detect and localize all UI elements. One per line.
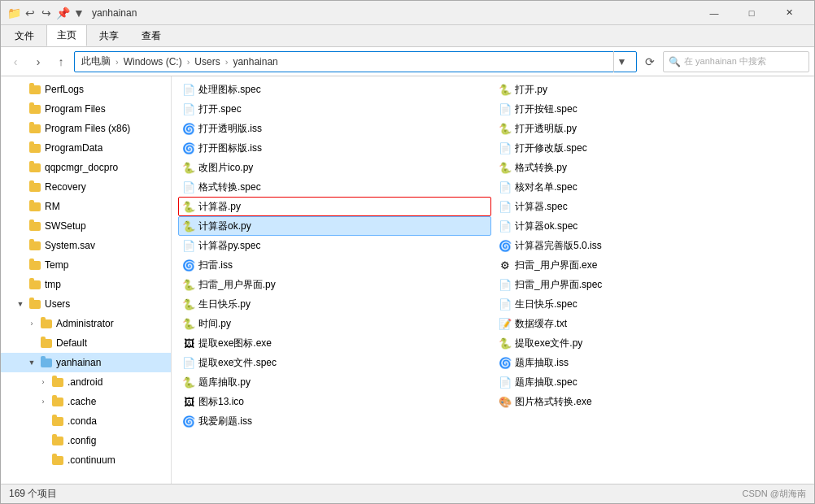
file-item[interactable]: 🖼提取exe图标.exe [178,333,491,353]
sidebar-item-config[interactable]: .config [1,431,171,450]
sidebar-item-conda[interactable]: .conda [1,411,171,431]
maximize-button[interactable]: □ [733,1,770,25]
pin-icon[interactable]: 📌 [56,7,69,20]
file-type-icon: 🐍 [499,337,512,350]
sidebar-item-system-sav[interactable]: System.sav [1,236,171,255]
file-item[interactable]: 🐍扫雷_用户界面.py [178,275,491,294]
file-item[interactable]: 🌀打开图标版.iss [178,138,491,158]
tab-file[interactable]: 文件 [4,25,45,46]
file-item[interactable]: 🐍改图片ico.py [178,158,491,177]
sidebar-item-label: Users [45,298,70,310]
sidebar-item-users[interactable]: ▼Users [1,294,171,314]
sidebar-item-label: Program Files [45,103,106,115]
undo-icon[interactable]: ↩ [24,7,37,20]
sidebar-item-tmp[interactable]: tmp [1,275,171,294]
up-button[interactable]: ↑ [51,52,71,72]
file-item[interactable]: 🖼图标13.ico [178,392,491,411]
file-item[interactable]: 📄计算器ok.spec [495,216,808,236]
file-item[interactable]: 🌀打开透明版.iss [178,119,491,138]
file-item[interactable]: 📄提取exe文件.spec [178,353,491,372]
address-path[interactable]: 此电脑 › Windows (C:) › Users › yanhainan ▼ [74,51,637,72]
file-item[interactable]: 📄打开修改版.spec [495,138,808,158]
file-name: 打开按钮.spec [515,102,577,116]
file-item[interactable]: 📄题库抽取.spec [495,372,808,392]
sidebar-item-program-files[interactable]: Program Files [1,99,171,119]
file-type-icon: 📄 [182,83,195,96]
explorer-window: 📁 ↩ ↪ 📌 ▼ yanhainan — □ ✕ 文件 主页 共享 查看 ‹ … [0,0,815,504]
file-name: 提取exe图标.exe [198,337,272,350]
file-type-icon: 🐍 [182,219,195,232]
minimize-button[interactable]: — [695,1,733,25]
file-item[interactable]: 🌀计算器完善版5.0.iss [495,236,808,255]
file-item[interactable]: ⚙扫雷_用户界面.exe [495,255,808,275]
sidebar-item-android[interactable]: ›.android [1,372,171,392]
sidebar-item-label: tmp [45,279,61,290]
file-item[interactable]: 📄打开.spec [178,99,491,119]
file-item[interactable]: 📄生日快乐.spec [495,294,808,314]
folder-icon [28,239,41,252]
search-box[interactable]: 🔍 在 yanhainan 中搜索 [663,51,809,72]
file-item[interactable]: 📄核对名单.spec [495,177,808,197]
sidebar-item-continuum[interactable]: .continuum [1,450,171,470]
file-item[interactable]: 🎨图片格式转换.exe [495,392,808,411]
dropdown-icon[interactable]: ▼ [72,7,85,20]
file-item[interactable]: 🌀我爱刷题.iss [178,411,491,431]
file-item[interactable]: 📄计算器.spec [495,197,808,216]
sidebar-item-rm[interactable]: RM [1,197,171,216]
path-current: yanhainan [233,56,277,67]
file-item[interactable]: 🌀题库抽取.iss [495,353,808,372]
tab-home[interactable]: 主页 [46,24,87,46]
back-button[interactable]: ‹ [6,52,25,72]
sidebar-item-yanhainan[interactable]: ▼yanhainan [1,353,171,372]
chevron-icon [15,85,25,94]
file-name: 打开透明版.py [515,122,577,136]
file-name: 题库抽取.iss [515,356,569,370]
sidebar-item-swsetup[interactable]: SWSetup [1,216,171,236]
sidebar-item-administrator[interactable]: ›Administrator [1,314,171,333]
file-item[interactable]: 📄扫雷_用户界面.spec [495,275,808,294]
folder-icon [40,337,53,350]
file-type-icon: 📄 [182,239,195,252]
file-item[interactable]: 🐍题库抽取.py [178,372,491,392]
chevron-icon [15,280,25,289]
sidebar-item-programdata[interactable]: ProgramData [1,138,171,158]
file-item[interactable]: 🐍生日快乐.py [178,294,491,314]
file-type-icon: 🐍 [499,83,512,96]
refresh-button[interactable]: ⟳ [640,52,660,72]
forward-button[interactable]: › [28,52,48,72]
folder-icon [28,161,41,174]
file-item[interactable]: 🐍计算器ok.py [178,216,491,236]
file-item[interactable]: 📄格式转换.spec [178,177,491,197]
file-type-icon: 🐍 [182,161,195,174]
path-dropdown[interactable]: ▼ [613,51,630,72]
file-item[interactable]: 📝数据缓存.txt [495,314,808,333]
folder-icon [28,122,41,135]
close-button[interactable]: ✕ [770,1,808,25]
file-type-icon: 🌀 [182,415,195,428]
file-item[interactable]: 📄计算器py.spec [178,236,491,255]
redo-icon[interactable]: ↪ [40,7,53,20]
sidebar-item-default[interactable]: Default [1,333,171,353]
file-item[interactable]: 🐍格式转换.py [495,158,808,177]
file-item[interactable]: 🌀扫雷.iss [178,255,491,275]
file-item[interactable]: 🐍提取exe文件.py [495,333,808,353]
file-item[interactable]: 📄处理图标.spec [178,80,491,99]
sidebar-item-perflogs[interactable]: PerfLogs [1,80,171,99]
chevron-icon [15,260,25,270]
file-name: 打开.spec [198,102,242,116]
tab-share[interactable]: 共享 [89,25,129,46]
file-item[interactable]: 🐍打开.py [495,80,808,99]
tab-view[interactable]: 查看 [131,25,172,46]
file-item[interactable]: 🐍计算器.py [178,197,491,216]
file-item[interactable]: 🐍时间.py [178,314,491,333]
sidebar-item-program-files-x86[interactable]: Program Files (x86) [1,119,171,138]
file-type-icon: 🌀 [182,259,195,272]
file-item[interactable]: 🐍打开透明版.py [495,119,808,138]
file-item[interactable]: 📄打开按钮.spec [495,99,808,119]
sidebar-item-recovery[interactable]: Recovery [1,177,171,197]
sidebar-item-cache[interactable]: ›.cache [1,392,171,411]
sidebar-item-qqpcmgr[interactable]: qqpcmgr_docpro [1,158,171,177]
chevron-icon: › [38,377,48,387]
file-type-icon: 🎨 [499,395,512,408]
sidebar-item-temp[interactable]: Temp [1,255,171,275]
